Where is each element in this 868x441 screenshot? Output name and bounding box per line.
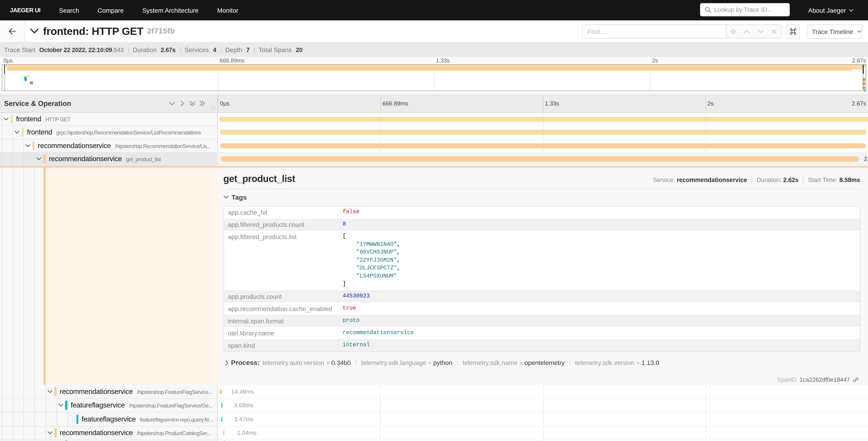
nav-item[interactable]: Monitor	[217, 6, 238, 14]
trace-id-search[interactable]: Lookup by Trace ID...	[700, 3, 790, 16]
summary-value: October 22 2022, 22:10:09	[39, 47, 112, 53]
span-duration-bar[interactable]	[220, 143, 866, 148]
process-tag-key: telemetry.sdk.language	[361, 359, 426, 366]
span-bar-cell[interactable]: 14.49ms	[218, 385, 868, 399]
nav-item[interactable]: Compare	[97, 6, 124, 14]
span-duration-bar[interactable]	[220, 130, 867, 135]
tag-row[interactable]: otel.library.namerecommendationservice	[223, 327, 860, 339]
nav-item[interactable]: Search	[59, 6, 79, 14]
span-toggle-chevron[interactable]	[36, 157, 41, 161]
app-logo[interactable]: JAEGER UI	[10, 7, 40, 13]
minimap-canvas[interactable]	[2, 64, 866, 91]
span-bar-cell[interactable]: 3.47ms	[218, 412, 868, 426]
span-bar-cell[interactable]: 1.04ms	[218, 426, 868, 440]
indent-guide	[67, 412, 68, 426]
span-detail-accent[interactable]	[43, 167, 45, 385]
process-section[interactable]: Process: telemetry.auto.version=0.34b0te…	[223, 359, 860, 367]
span-row[interactable]: frontendHTTP GET	[0, 113, 868, 126]
indent-guide	[2, 426, 2, 440]
trace-view-select[interactable]: Trace Timeline	[807, 25, 862, 38]
span-toggle-chevron[interactable]	[47, 390, 52, 393]
indent-guide	[57, 399, 57, 412]
about-jaeger-menu[interactable]: About Jaeger	[808, 0, 854, 20]
collapse-one-button[interactable]	[178, 95, 187, 112]
span-name-cell[interactable]: recommendationserviceget_product_list	[0, 153, 218, 166]
span-row[interactable]: recommendationservice/hipstershop.Produc…	[0, 426, 868, 440]
span-toggle-chevron[interactable]	[14, 131, 20, 134]
span-bar-cell[interactable]: 2.62s	[218, 153, 868, 166]
span-row[interactable]: recommendationserviceget_product_list2.6…	[0, 153, 868, 166]
find-input[interactable]: Find...	[583, 25, 726, 38]
indent-guide	[13, 399, 13, 412]
span-toggle-chevron[interactable]	[4, 117, 9, 121]
span-duration-bar[interactable]	[221, 417, 222, 422]
span-name-cell[interactable]: recommendationservice/hipstershop.Recomm…	[0, 139, 218, 153]
span-service-name: recommendationservice/hipstershop.Recomm…	[38, 142, 211, 150]
span-bar-cell[interactable]	[218, 440, 868, 441]
minimap-scrubber-handle-left[interactable]	[4, 65, 5, 74]
tag-row[interactable]: app.recommendation.cache_enabledtrue	[223, 302, 860, 315]
span-name-cell[interactable]	[0, 440, 218, 441]
collapse-trace-header-toggle[interactable]	[30, 29, 39, 34]
tag-row[interactable]: internal.span.formatproto	[223, 315, 860, 327]
minimap-scrubber-handle-right[interactable]	[863, 65, 864, 74]
span-bar-cell[interactable]: 3.68ms	[218, 399, 868, 412]
minimap-tick-label: 2s	[652, 58, 658, 64]
span-name-cell[interactable]: featureflagservice/hipstershop.FeatureFl…	[0, 399, 218, 412]
indent-guide	[24, 426, 24, 440]
tag-row[interactable]: span.kindinternal	[223, 339, 860, 352]
span-row[interactable]: featureflagservice/hipstershop.FeatureFl…	[0, 399, 868, 412]
nav-item[interactable]: System Architecture	[142, 6, 199, 14]
tag-row[interactable]: app.filtered_products.count8	[223, 218, 860, 231]
tag-row[interactable]: app.products.count44530923	[223, 290, 860, 302]
expand-all-button[interactable]	[188, 95, 197, 112]
link-icon[interactable]	[852, 377, 859, 383]
collapse-all-button[interactable]	[198, 95, 207, 112]
tag-key: app.recommendation.cache_enabled	[223, 302, 340, 315]
span-bar-cell[interactable]	[218, 139, 868, 153]
span-duration-bar[interactable]	[219, 117, 868, 122]
span-name-cell[interactable]: frontendgrpc.hipstershop.RecommendationS…	[0, 126, 218, 139]
indent-guide	[2, 399, 2, 412]
span-row[interactable]: featureflagservicefeatureflagservice.rep…	[0, 412, 868, 426]
span-name-cell[interactable]: frontendHTTP GET	[0, 113, 218, 126]
span-row[interactable]: recommendationservice/hipstershop.Featur…	[0, 385, 868, 399]
span-toggle-chevron[interactable]	[58, 404, 63, 407]
span-row[interactable]: frontendgrpc.hipstershop.RecommendationS…	[0, 126, 868, 139]
process-label: Process:	[231, 359, 260, 366]
keyboard-shortcuts-button[interactable]	[786, 25, 800, 38]
span-duration-bar[interactable]	[219, 389, 222, 394]
span-name-cell[interactable]: recommendationservice/hipstershop.Featur…	[0, 385, 218, 399]
minimap-span	[862, 77, 866, 79]
span-name-cell[interactable]: recommendationservice/hipstershop.Produc…	[0, 426, 218, 440]
tags-section-label: Tags	[231, 193, 247, 201]
prev-result-button[interactable]	[741, 25, 753, 38]
focus-match-button[interactable]	[727, 25, 739, 38]
expand-one-button[interactable]	[167, 95, 177, 112]
timeline-tick	[543, 95, 544, 112]
next-result-button[interactable]	[755, 25, 766, 38]
span-toggle-chevron[interactable]	[26, 144, 31, 147]
span-toggle-chevron[interactable]	[47, 432, 52, 435]
span-duration-bar[interactable]	[223, 431, 224, 436]
find-placeholder: Find...	[587, 28, 605, 35]
tag-row[interactable]: app.filtered_products.list[ "1YMWWN1N4O"…	[223, 231, 860, 290]
span-row[interactable]	[0, 440, 868, 441]
span-duration-bar[interactable]	[221, 403, 222, 408]
column-resize-handle[interactable]	[212, 106, 215, 110]
json-string-value: "66VCHSJNUP"	[356, 249, 397, 255]
back-button[interactable]	[0, 20, 25, 42]
summary-value-suffix: .543	[112, 47, 124, 53]
span-service-name: featureflagservicefeatureflagservice.rep…	[82, 415, 213, 423]
span-color-accent	[55, 429, 57, 438]
tag-row[interactable]: app.cache_hitfalse	[223, 206, 860, 218]
clear-search-button[interactable]	[769, 25, 780, 38]
span-duration-bar[interactable]	[221, 157, 859, 161]
tags-section-toggle[interactable]: Tags	[223, 193, 860, 201]
span-bar-cell[interactable]	[218, 113, 868, 126]
span-name-cell[interactable]: featureflagservicefeatureflagservice.rep…	[0, 412, 218, 426]
arrow-left-icon	[9, 28, 16, 34]
span-bar-cell[interactable]	[218, 126, 868, 139]
tags-table: app.cache_hitfalseapp.filtered_products.…	[223, 206, 860, 352]
span-row[interactable]: recommendationservice/hipstershop.Recomm…	[0, 139, 868, 153]
